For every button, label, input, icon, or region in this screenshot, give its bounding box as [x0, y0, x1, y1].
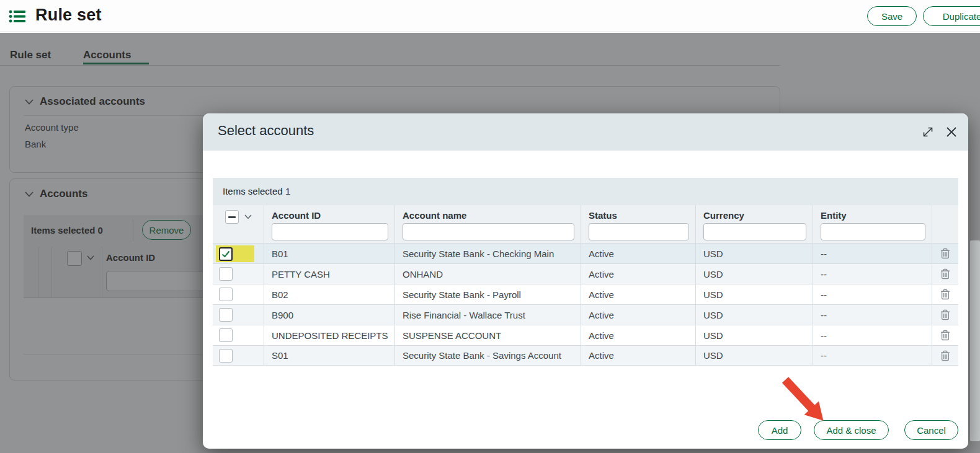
row-checkbox[interactable]	[219, 288, 233, 301]
cell-account-name: Rise Financial - Wallace Trust	[395, 305, 581, 325]
row-checkbox-cell	[213, 284, 264, 304]
highlight-marker	[216, 245, 254, 262]
cell-account-id: B02	[264, 284, 395, 304]
cell-entity: --	[813, 325, 932, 345]
filter-input-status[interactable]	[589, 223, 689, 240]
row-checkbox-cell	[213, 244, 264, 263]
table-row[interactable]: B900 Rise Financial - Wallace Trust Acti…	[213, 304, 958, 325]
table-row[interactable]: UNDEPOSITED RECEIPTS SUSPENSE ACCOUNT Ac…	[213, 325, 958, 345]
modal-title: Select accounts	[218, 123, 314, 139]
expand-icon[interactable]	[921, 125, 935, 139]
cell-currency: USD	[696, 346, 813, 365]
cell-entity: --	[813, 264, 932, 284]
cell-account-name: SUSPENSE ACCOUNT	[395, 325, 581, 345]
column-header-status[interactable]: Status	[581, 205, 696, 243]
cell-account-id: PETTY CASH	[264, 264, 395, 284]
filter-input-currency[interactable]	[703, 223, 806, 240]
modal-header: Select accounts	[203, 113, 968, 151]
row-checkbox-cell	[213, 325, 264, 345]
row-checkbox-cell	[213, 346, 264, 365]
column-header-account-id[interactable]: Account ID	[264, 205, 395, 243]
row-checkbox-checked[interactable]	[219, 247, 233, 261]
table-row[interactable]: B01 Security State Bank - Checking Main …	[213, 243, 958, 263]
cell-currency: USD	[696, 325, 813, 345]
items-selected-count: Items selected 1	[223, 186, 290, 196]
row-actions-cell	[932, 264, 958, 284]
column-header-currency[interactable]: Currency	[696, 205, 813, 243]
cell-account-id: B01	[264, 244, 395, 263]
select-accounts-modal: Select accounts Items selected 1	[203, 113, 968, 449]
trash-icon[interactable]	[940, 268, 950, 279]
cell-account-name: Security State Bank - Payroll	[395, 284, 581, 304]
app-header: Rule set Save Duplicate	[0, 0, 980, 32]
page-title: Rule set	[35, 6, 102, 25]
row-checkbox[interactable]	[219, 308, 233, 322]
table-row[interactable]: PETTY CASH ONHAND Active USD --	[213, 263, 958, 284]
filter-input-entity[interactable]	[821, 223, 925, 240]
trash-icon[interactable]	[940, 350, 950, 361]
filter-input-account-id[interactable]	[272, 223, 388, 240]
scrollbar-thumb[interactable]	[970, 240, 980, 441]
cell-currency: USD	[696, 305, 813, 325]
select-all-checkbox[interactable]	[225, 210, 239, 224]
row-checkbox[interactable]	[219, 328, 233, 342]
cell-currency: USD	[696, 264, 813, 284]
actions-column-header	[932, 205, 958, 243]
cell-status: Active	[581, 244, 696, 263]
cell-entity: --	[813, 284, 932, 304]
cell-entity: --	[813, 305, 932, 325]
trash-icon[interactable]	[940, 330, 950, 341]
close-icon[interactable]	[945, 125, 958, 139]
cell-currency: USD	[696, 284, 813, 304]
items-selected-bar: Items selected 1	[213, 178, 958, 205]
add-button[interactable]: Add	[758, 420, 801, 440]
save-button[interactable]: Save	[867, 6, 917, 26]
row-checkbox-cell	[213, 264, 264, 284]
cell-status: Active	[581, 264, 696, 284]
cell-status: Active	[581, 305, 696, 325]
row-actions-cell	[932, 325, 958, 345]
row-checkbox[interactable]	[219, 349, 233, 363]
cell-account-id: S01	[264, 346, 395, 365]
column-header-account-name[interactable]: Account name	[395, 205, 581, 243]
trash-icon[interactable]	[940, 309, 950, 320]
row-actions-cell	[932, 284, 958, 304]
accounts-table: Account ID Account name Status Currency …	[213, 205, 958, 366]
table-header-row: Account ID Account name Status Currency …	[213, 205, 958, 243]
row-checkbox-cell	[213, 305, 264, 325]
filter-input-account-name[interactable]	[403, 223, 574, 240]
row-actions-cell	[932, 305, 958, 325]
trash-icon[interactable]	[940, 248, 950, 259]
select-all-cell	[213, 205, 264, 243]
cell-account-id: UNDEPOSITED RECEIPTS	[264, 325, 395, 345]
cell-currency: USD	[696, 244, 813, 263]
cell-account-name: ONHAND	[395, 264, 581, 284]
modal-footer: Add Add & close Cancel	[203, 420, 968, 440]
row-actions-cell	[932, 244, 958, 263]
duplicate-button[interactable]: Duplicate	[923, 6, 980, 26]
cell-account-name: Security State Bank - Checking Main	[395, 244, 581, 263]
list-icon[interactable]	[9, 8, 25, 25]
row-actions-cell	[932, 346, 958, 365]
cell-entity: --	[813, 244, 932, 263]
cell-status: Active	[581, 325, 696, 345]
cell-status: Active	[581, 346, 696, 365]
chevron-down-icon[interactable]	[244, 214, 252, 219]
cell-status: Active	[581, 284, 696, 304]
cell-entity: --	[813, 346, 932, 365]
cell-account-name: Security State Bank - Savings Account	[395, 346, 581, 365]
table-row[interactable]: B02 Security State Bank - Payroll Active…	[213, 284, 958, 304]
column-header-entity[interactable]: Entity	[813, 205, 932, 243]
trash-icon[interactable]	[940, 289, 950, 300]
cell-account-id: B900	[264, 305, 395, 325]
table-row[interactable]: S01 Security State Bank - Savings Accoun…	[213, 345, 958, 366]
row-checkbox[interactable]	[219, 267, 233, 281]
screen: Rule set Save Duplicate Rule set Account…	[0, 0, 980, 453]
cancel-button[interactable]: Cancel	[904, 420, 958, 440]
add-and-close-button[interactable]: Add & close	[814, 420, 889, 440]
